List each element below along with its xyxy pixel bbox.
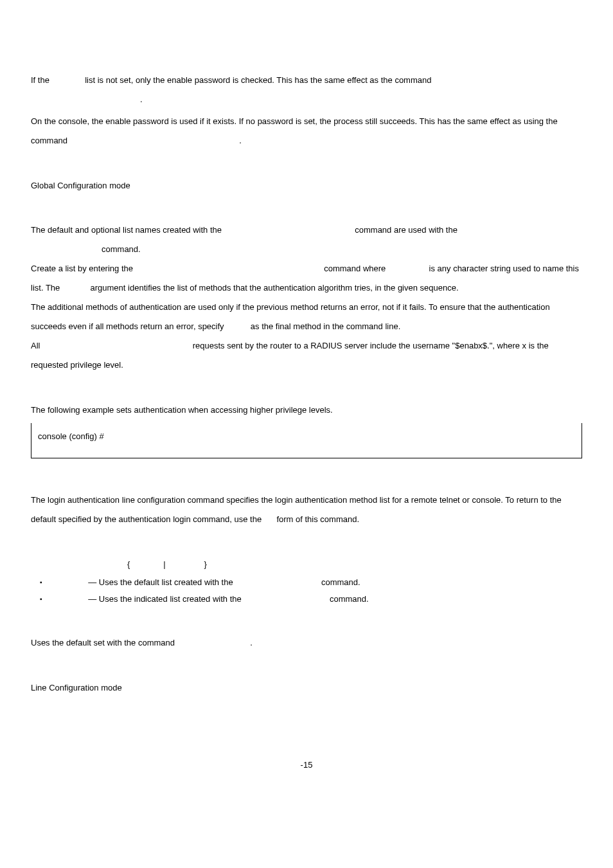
list-item: — Uses the indicated list created with t… [31,591,582,608]
example-intro: The following example sets authenticatio… [31,401,582,420]
body-text: If the list is not set, only the enable … [31,71,582,90]
command-mode: Line Configuration mode [31,678,582,698]
text: command are used with the [355,225,458,235]
param-list: — Uses the default list created with the… [31,574,582,608]
text: command. [330,594,369,604]
body-text: Create a list by entering the command wh… [31,259,582,298]
code-block: console (config) # [31,423,582,458]
syntax-line: { | } [31,555,582,574]
text: requests sent by the router to a RADIUS … [31,341,549,370]
text: — Uses the default list created with the [88,577,235,587]
text: command where [324,264,388,273]
text: The default and optional list names crea… [31,225,224,235]
text: . [239,136,242,145]
brace-open: { [127,559,130,569]
text: command. [321,577,360,587]
body-text: command. [31,240,582,259]
text: On the console, the enable password is u… [31,116,558,145]
list-item: — Uses the default list created with the… [31,574,582,591]
body-text: The additional methods of authentication… [31,298,582,336]
body-text: . [31,90,582,109]
body-text: The login authentication line configurat… [31,491,582,529]
text: If the [31,75,52,85]
text: . [140,95,143,104]
text: form of this command. [276,514,359,524]
page-number: -15 [31,755,582,775]
command-mode: Global Configuration mode [31,176,582,195]
body-text: All requests sent by the router to a RAD… [31,336,582,375]
text: All [31,341,42,350]
text: argument identifies the list of methods … [91,283,459,293]
text: as the final method in the command line. [251,321,400,331]
body-text: The default and optional list names crea… [31,221,582,240]
pipe: | [163,559,166,569]
text: Create a list by entering the [31,264,136,273]
text: Uses the default set with the command [31,638,177,647]
text: list is not set, only the enable passwor… [85,75,431,85]
text: command. [102,244,141,254]
body-text: Uses the default set with the command . [31,633,582,653]
brace-close: } [204,559,207,569]
body-text: On the console, the enable password is u… [31,112,582,150]
text: — Uses the indicated list created with t… [88,594,244,604]
code-line: console (config) # [38,431,104,441]
text: . [250,638,253,647]
